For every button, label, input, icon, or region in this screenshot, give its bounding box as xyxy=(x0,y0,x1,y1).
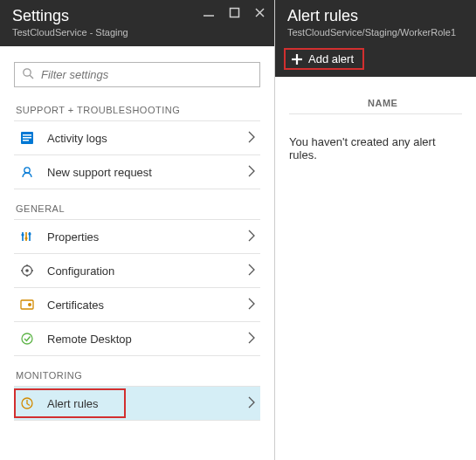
svg-point-14 xyxy=(21,233,24,236)
menu-label: Remote Desktop xyxy=(47,333,248,346)
menu-label: Properties xyxy=(47,230,248,244)
chevron-right-icon xyxy=(248,131,255,146)
svg-line-5 xyxy=(30,75,33,79)
menu-label: New support request xyxy=(47,166,248,179)
activity-logs-icon xyxy=(19,130,35,146)
svg-rect-1 xyxy=(231,9,239,17)
certificates-icon xyxy=(19,297,35,312)
menu-label: Activity logs xyxy=(47,132,248,145)
minimize-icon[interactable] xyxy=(203,7,215,22)
menu-new-support-request[interactable]: New support request xyxy=(14,154,260,189)
alert-rules-subtitle: TestCloudService/Staging/WorkerRole1 xyxy=(287,27,464,38)
configuration-icon xyxy=(19,263,35,278)
close-icon[interactable] xyxy=(254,7,266,22)
section-general-label: GENERAL xyxy=(16,203,260,214)
alert-rules-title: Alert rules xyxy=(287,7,464,25)
plus-icon xyxy=(291,53,303,65)
svg-point-4 xyxy=(24,69,31,76)
menu-properties[interactable]: Properties xyxy=(14,219,260,253)
chevron-right-icon xyxy=(248,230,255,244)
svg-rect-9 xyxy=(23,140,29,141)
svg-point-25 xyxy=(22,333,32,344)
add-alert-label: Add alert xyxy=(308,52,354,65)
alert-rules-header: Alert rules TestCloudService/Staging/Wor… xyxy=(275,0,476,43)
alert-rules-icon xyxy=(19,395,35,411)
svg-rect-7 xyxy=(23,134,31,136)
settings-header: Settings TestCloudService - Staging xyxy=(0,0,274,46)
menu-label: Configuration xyxy=(47,264,248,278)
settings-pane: Settings TestCloudService - Staging xyxy=(0,0,275,460)
svg-rect-8 xyxy=(23,137,31,139)
add-alert-button[interactable]: Add alert xyxy=(284,48,364,70)
menu-alert-rules[interactable]: Alert rules xyxy=(14,386,260,421)
chevron-right-icon xyxy=(248,396,255,411)
menu-label: Alert rules xyxy=(47,397,248,410)
support-request-icon xyxy=(19,164,35,180)
empty-state-message: You haven't created any alert rules. xyxy=(289,135,462,161)
chevron-right-icon xyxy=(248,165,255,180)
window-controls xyxy=(203,7,266,22)
filter-settings-input[interactable] xyxy=(14,62,260,87)
svg-point-10 xyxy=(24,168,30,173)
settings-subtitle: TestCloudService - Staging xyxy=(12,27,262,38)
search-icon xyxy=(22,67,34,82)
menu-configuration[interactable]: Configuration xyxy=(14,253,260,287)
alert-rules-toolbar: Add alert xyxy=(275,43,476,77)
menu-activity-logs[interactable]: Activity logs xyxy=(14,120,260,154)
properties-icon xyxy=(19,229,35,244)
alert-rules-pane: Alert rules TestCloudService/Staging/Wor… xyxy=(275,0,476,460)
menu-label: Certificates xyxy=(47,299,248,312)
maximize-icon[interactable] xyxy=(229,7,240,22)
svg-point-24 xyxy=(28,303,31,306)
menu-certificates[interactable]: Certificates xyxy=(14,287,260,321)
filter-settings-field[interactable] xyxy=(41,68,252,81)
svg-point-18 xyxy=(25,269,29,272)
chevron-right-icon xyxy=(248,264,255,278)
remote-desktop-icon xyxy=(19,331,35,347)
section-monitoring-label: MONITORING xyxy=(16,370,260,381)
svg-point-15 xyxy=(24,237,27,239)
svg-point-16 xyxy=(28,232,31,235)
chevron-right-icon xyxy=(248,298,255,312)
menu-remote-desktop[interactable]: Remote Desktop xyxy=(14,321,260,356)
name-column-header: NAME xyxy=(368,93,462,113)
chevron-right-icon xyxy=(248,332,255,347)
section-support-label: SUPPORT + TROUBLESHOOTING xyxy=(16,105,260,115)
